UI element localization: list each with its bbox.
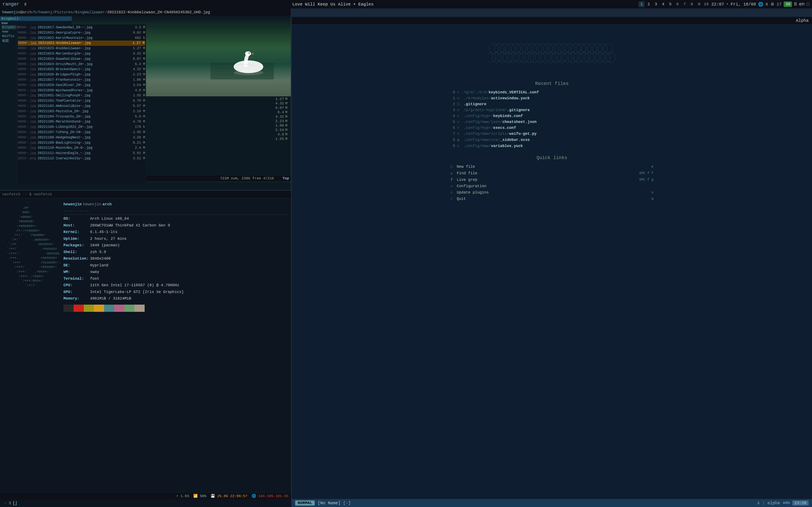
quit-icon: ○ — [450, 197, 455, 201]
color-swatch-6 — [124, 304, 135, 312]
display-icon: □ — [807, 2, 809, 7]
battery-indicator: 39 — [784, 1, 792, 7]
recent-file-5[interactable]: 5 ○ .config/eww/json/cheatsheet.json — [448, 119, 656, 125]
ranger-header: hewenjin @arch /h/hewenj/Pictures/BingWa… — [0, 8, 291, 16]
quicklink-update-plugins[interactable]: ○ Update plugins u — [448, 189, 656, 195]
main-layout: hewenjin @arch /h/hewenj/Pictures/BingWa… — [0, 8, 812, 507]
file-icon-3: ○ — [457, 108, 461, 112]
app-name: ranger — [3, 2, 19, 7]
quicklink-find-file[interactable]: ◇ Find file SPC f f — [448, 170, 656, 177]
quicklink-new-file[interactable]: □ New file e — [448, 164, 656, 170]
quicklink-quit[interactable]: ○ Quit q — [448, 195, 656, 202]
helix-cursor-position: 13:26 — [792, 500, 809, 506]
neofetch-header: neofetch ~/ $ neofetch — [0, 190, 291, 198]
time: 22:07 — [711, 2, 724, 7]
monitor-count: 17 — [776, 2, 781, 7]
ranger-path: hewenjin — [2, 10, 20, 14]
file-icon-0: ○ — [457, 90, 461, 95]
memory-label: Memory: — [63, 295, 89, 302]
svg-point-3 — [249, 53, 250, 54]
recent-file-1[interactable]: 1 ○ ./e/modules/activewindow.yuck — [448, 95, 656, 101]
quicklink-configuration[interactable]: ○ Configuration — [448, 183, 656, 189]
shell-prompt-area: ~ $ █ — [0, 499, 291, 507]
color-swatch-3 — [94, 304, 104, 312]
recent-file-0[interactable]: 0 ○ /g/d/./h/d/keybinds_VERTICAL.conf — [448, 89, 656, 95]
workspace-7[interactable]: 7 — [682, 1, 688, 7]
date: • — [726, 2, 728, 7]
recent-files-section: Recent files 0 ○ /g/d/./h/d/keybinds_VER… — [448, 81, 656, 149]
helix-logo-svg — [489, 39, 615, 67]
workspace-8[interactable]: 8 — [689, 1, 695, 7]
file-icon-9: ○ — [457, 144, 461, 148]
file-icon-1: ○ — [457, 96, 461, 100]
update-plugins-icon: ○ — [450, 190, 455, 194]
ascii-art: `-` .o+` `ooo: `+oooo: `+oooooo: -+ooooo… — [4, 201, 59, 489]
helix-pipe: | — [762, 501, 765, 506]
live-grep-icon: T — [450, 178, 455, 182]
window-title: Love Will Keep Us Alive • Eagles — [30, 2, 637, 7]
quick-links-title: Quick links — [448, 155, 656, 161]
find-file-icon: ◇ — [450, 171, 455, 176]
right-panel: Alpha — [292, 17, 812, 507]
recent-file-9[interactable]: 9 ○ .config/eww/variables.yuck — [448, 143, 656, 149]
shell-prompt: $ neofetch — [29, 192, 52, 196]
color-swatch-4 — [104, 304, 114, 312]
quick-links-section: Quick links □ New file e ◇ Find file SPC… — [448, 155, 656, 202]
recent-file-6[interactable]: 6 ○ .config/hypr/execs.conf — [448, 125, 656, 131]
helix-mode: NORMAL — [295, 500, 315, 506]
configuration-icon: ○ — [450, 184, 455, 188]
helix-lambda: λ — [757, 501, 760, 506]
workspace-4[interactable]: 4 — [660, 1, 666, 7]
file-icon-5: ○ — [457, 120, 461, 124]
ranger-dir: /h/hewenj/Pictures/BingWallpaper/ — [32, 10, 107, 14]
workspace-3[interactable]: 3 — [653, 1, 659, 7]
wifi-count: 6 — [765, 2, 768, 7]
workspace-1[interactable]: 1 — [639, 1, 645, 7]
workspaces: 1 2 3 4 5 6 7 8 9 10 — [639, 1, 709, 7]
quicklink-live-grep[interactable]: T Live grep SPC f g — [448, 177, 656, 183]
bluetooth-icon: B — [794, 2, 797, 7]
recent-files-title: Recent files — [448, 81, 656, 87]
left-panel: hewenjin @arch /h/hewenj/Pictures/BingWa… — [0, 8, 291, 507]
file-icon-7: ○ — [457, 131, 461, 136]
sysinfo: hewenjin hewenjin arch ------------ OS:A… — [63, 201, 287, 489]
pause-icon[interactable]: ⏸ — [23, 2, 27, 7]
neofetch-body: `-` .o+` `ooo: `+oooo: `+oooooo: -+ooooo… — [0, 198, 291, 492]
helix-title: Alpha — [796, 18, 809, 23]
helix-scroll-percent: 40% — [782, 501, 790, 505]
workspace-5[interactable]: 5 — [667, 1, 673, 7]
neofetch-ip: 🌐 134.195.101.55 — [252, 494, 289, 498]
workspace-10[interactable]: 10 — [703, 1, 709, 7]
workspace-6[interactable]: 6 — [674, 1, 680, 7]
wifi-icon: 🌐 — [758, 2, 763, 7]
svg-point-2 — [245, 51, 251, 56]
ranger-file: 20221022-Knobbelzwaan_ZH-CN4850245302_UH… — [107, 10, 210, 14]
workspace-9[interactable]: 9 — [696, 1, 702, 7]
color-swatch-2 — [84, 304, 94, 312]
neofetch-statusbar: ⚡ 1.03 📶 56% 💾 25.8G 22:06:57 🌐 134.195.… — [0, 492, 291, 499]
file-icon-4: ○ — [457, 114, 461, 118]
neofetch-storage: 💾 25.8G 22:06:57 — [211, 494, 247, 498]
helix-body: Recent files 0 ○ /g/d/./h/d/keybinds_VER… — [292, 24, 812, 499]
ranger-disk-info: 721M sum, 238G free 4/216 Top — [220, 176, 289, 180]
color-swatch-5 — [114, 304, 124, 312]
ranger-at: @arch — [20, 10, 32, 14]
recent-file-4[interactable]: 4 ○ .config/hypr/keybinds.conf — [448, 113, 656, 119]
system-icons: 🌐 6 🖥 17 — [758, 2, 781, 7]
monitor-icon: 🖥 — [770, 2, 774, 7]
neofetch-title: neofetch — [2, 192, 20, 196]
neofetch-battery: ⚡ 1.03 — [176, 494, 189, 498]
workspace-2[interactable]: 2 — [646, 1, 652, 7]
recent-file-8[interactable]: 8 ◇ .config/eww/css/_sidebar.scss — [448, 137, 656, 143]
neofetch-section: neofetch ~/ $ neofetch `-` .o+` `ooo: `+… — [0, 190, 291, 507]
svg-point-4 — [234, 70, 263, 75]
recent-file-3[interactable]: 3 ○ /p/g/dots-hyprland/.gitignore — [448, 107, 656, 113]
recent-file-2[interactable]: 2 □ .gitignore — [448, 101, 656, 107]
helix-name: alpha — [767, 501, 780, 506]
color-swatch-1 — [73, 304, 84, 312]
swan-illustration — [210, 41, 274, 79]
color-swatches — [63, 304, 287, 312]
sidebar-item-bingwall[interactable]: BingWall~ — [0, 16, 72, 21]
recent-file-7[interactable]: 7 ○ .config/eww/scripts/waifu-get.py — [448, 131, 656, 137]
new-file-icon: □ — [450, 165, 455, 169]
